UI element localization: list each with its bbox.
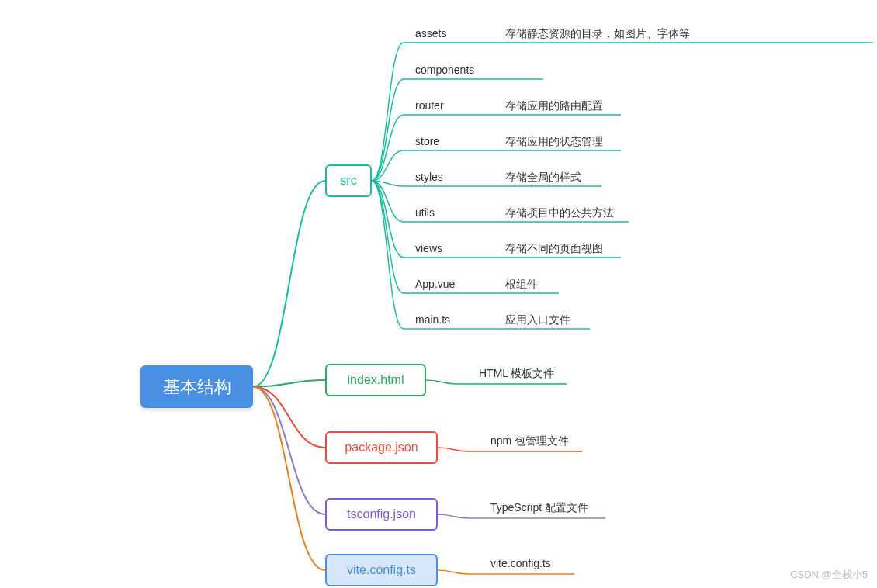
sub-label: main.ts [415, 313, 450, 326]
node-label: src [340, 174, 356, 188]
watermark: CSDN @全栈小5 [790, 568, 868, 582]
sub-label: App.vue [415, 278, 455, 290]
sub-desc: 应用入口文件 [505, 313, 570, 327]
sub-label: assets [415, 27, 446, 40]
desc-label: HTML 模板文件 [479, 367, 554, 381]
root-label: 基本结构 [163, 375, 231, 399]
sub-label: components [415, 64, 474, 76]
node-src[interactable]: src [325, 164, 372, 197]
sub-label: styles [415, 171, 443, 183]
sub-desc: 存储不同的页面视图 [505, 242, 603, 256]
node-label: vite.config.ts [347, 563, 416, 577]
sub-desc: 存储应用的状态管理 [505, 135, 603, 149]
sub-desc: 根组件 [505, 278, 538, 292]
sub-desc: 存储静态资源的目录，如图片、字体等 [505, 27, 690, 41]
sub-label: store [415, 135, 439, 147]
desc-label: npm 包管理文件 [490, 434, 569, 448]
node-index[interactable]: index.html [325, 364, 426, 396]
sub-label: views [415, 242, 442, 254]
root-node[interactable]: 基本结构 [140, 365, 253, 408]
sub-desc: 存储应用的路由配置 [505, 99, 603, 113]
node-vite[interactable]: vite.config.ts [325, 554, 438, 586]
desc-label: TypeScript 配置文件 [490, 501, 588, 515]
sub-desc: 存储项目中的公共方法 [505, 206, 614, 220]
node-label: package.json [345, 441, 418, 455]
desc-label: vite.config.ts [490, 557, 551, 569]
node-label: index.html [348, 373, 404, 387]
node-label: tsconfig.json [347, 507, 416, 521]
sub-label: router [415, 99, 444, 112]
node-tsconfig[interactable]: tsconfig.json [325, 498, 438, 531]
node-package[interactable]: package.json [325, 431, 438, 464]
sub-desc: 存储全局的样式 [505, 171, 581, 185]
sub-label: utils [415, 206, 435, 219]
